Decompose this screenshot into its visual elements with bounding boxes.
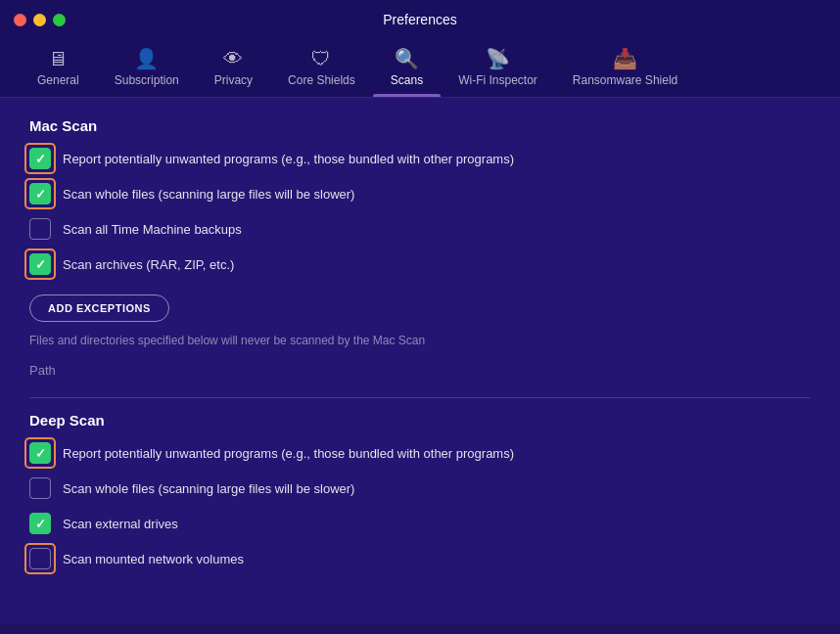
nav-label-ransomware-shield: Ransomware Shield bbox=[573, 73, 677, 87]
titlebar: Preferences bbox=[0, 0, 840, 39]
checkbox-wrap-deep-scan-whole-files bbox=[29, 477, 51, 499]
checkbox-wrap-scan-time-machine bbox=[29, 218, 51, 240]
checkbox-row-deep-scan-network: Scan mounted network volumes bbox=[29, 548, 811, 569]
checkbox-deep-scan-network[interactable] bbox=[29, 548, 51, 569]
nav-item-privacy[interactable]: 👁Privacy bbox=[197, 39, 270, 97]
checkbox-deep-report-pup[interactable] bbox=[29, 442, 51, 464]
checkbox-row-deep-scan-whole-files: Scan whole files (scanning large files w… bbox=[29, 477, 811, 499]
checkbox-label-deep-report-pup: Report potentially unwanted programs (e.… bbox=[63, 446, 514, 461]
add-exceptions-button[interactable]: ADD EXCEPTIONS bbox=[29, 294, 169, 322]
maximize-button[interactable] bbox=[53, 14, 66, 26]
checkbox-label-deep-scan-network: Scan mounted network volumes bbox=[63, 552, 244, 566]
checkbox-wrap-scan-archives bbox=[29, 253, 51, 275]
checkbox-row-scan-time-machine: Scan all Time Machine backups bbox=[29, 218, 811, 240]
privacy-icon: 👁 bbox=[223, 49, 243, 68]
nav-item-wifi-inspector[interactable]: 📡Wi-Fi Inspector bbox=[441, 39, 555, 97]
checkbox-deep-scan-whole-files[interactable] bbox=[29, 477, 51, 499]
checkbox-report-pup[interactable] bbox=[29, 148, 51, 169]
checkbox-row-deep-report-pup: Report potentially unwanted programs (e.… bbox=[29, 442, 811, 464]
section-title: Mac Scan bbox=[29, 117, 811, 134]
nav-item-ransomware-shield[interactable]: 📥Ransomware Shield bbox=[555, 39, 695, 97]
section-title: Deep Scan bbox=[29, 412, 811, 429]
nav-item-general[interactable]: 🖥General bbox=[20, 39, 97, 97]
checkbox-scan-whole-files[interactable] bbox=[29, 183, 51, 204]
subscription-icon: 👤 bbox=[134, 49, 159, 68]
nav-label-core-shields: Core Shields bbox=[288, 73, 355, 87]
main-content: Mac ScanReport potentially unwanted prog… bbox=[0, 98, 840, 624]
nav-label-subscription: Subscription bbox=[115, 73, 179, 87]
checkbox-row-scan-archives: Scan archives (RAR, ZIP, etc.) bbox=[29, 253, 811, 275]
section-mac-scan: Mac ScanReport potentially unwanted prog… bbox=[29, 117, 811, 384]
section-deep-scan: Deep ScanReport potentially unwanted pro… bbox=[29, 412, 811, 569]
nav-bar: 🖥General👤Subscription👁Privacy🛡Core Shiel… bbox=[0, 39, 840, 98]
checkbox-wrap-deep-scan-network bbox=[29, 548, 51, 569]
checkbox-label-deep-scan-external: Scan external drives bbox=[63, 517, 178, 531]
checkbox-wrap-scan-whole-files bbox=[29, 183, 51, 204]
minimize-button[interactable] bbox=[33, 14, 46, 26]
nav-label-general: General bbox=[37, 73, 79, 87]
general-icon: 🖥 bbox=[48, 49, 68, 68]
titlebar-buttons bbox=[14, 14, 66, 26]
checkbox-label-deep-scan-whole-files: Scan whole files (scanning large files w… bbox=[63, 481, 354, 496]
path-label: Path bbox=[29, 357, 811, 384]
checkbox-wrap-deep-scan-external bbox=[29, 513, 51, 534]
nav-label-scans: Scans bbox=[391, 73, 423, 87]
checkbox-label-report-pup: Report potentially unwanted programs (e.… bbox=[63, 152, 514, 166]
nav-label-privacy: Privacy bbox=[214, 73, 253, 87]
checkbox-row-deep-scan-external: Scan external drives bbox=[29, 513, 811, 534]
nav-item-scans[interactable]: 🔍Scans bbox=[373, 39, 441, 97]
exceptions-description: Files and directories specified below wi… bbox=[29, 334, 811, 347]
section-divider bbox=[29, 397, 811, 398]
checkbox-wrap-report-pup bbox=[29, 148, 51, 169]
checkbox-label-scan-whole-files: Scan whole files (scanning large files w… bbox=[63, 187, 354, 202]
checkbox-row-scan-whole-files: Scan whole files (scanning large files w… bbox=[29, 183, 811, 204]
nav-item-core-shields[interactable]: 🛡Core Shields bbox=[270, 39, 373, 97]
checkbox-row-report-pup: Report potentially unwanted programs (e.… bbox=[29, 148, 811, 169]
window-title: Preferences bbox=[383, 12, 456, 27]
scans-icon: 🔍 bbox=[395, 49, 419, 68]
checkbox-wrap-deep-report-pup bbox=[29, 442, 51, 464]
checkbox-label-scan-archives: Scan archives (RAR, ZIP, etc.) bbox=[63, 257, 234, 272]
checkbox-label-scan-time-machine: Scan all Time Machine backups bbox=[63, 222, 242, 237]
checkbox-scan-time-machine[interactable] bbox=[29, 218, 51, 240]
close-button[interactable] bbox=[14, 14, 26, 26]
ransomware-shield-icon: 📥 bbox=[613, 49, 637, 68]
checkbox-deep-scan-external[interactable] bbox=[29, 513, 51, 534]
wifi-inspector-icon: 📡 bbox=[486, 49, 510, 68]
nav-label-wifi-inspector: Wi-Fi Inspector bbox=[458, 73, 537, 87]
nav-item-subscription[interactable]: 👤Subscription bbox=[97, 39, 197, 97]
checkbox-scan-archives[interactable] bbox=[29, 253, 51, 275]
core-shields-icon: 🛡 bbox=[311, 49, 331, 68]
